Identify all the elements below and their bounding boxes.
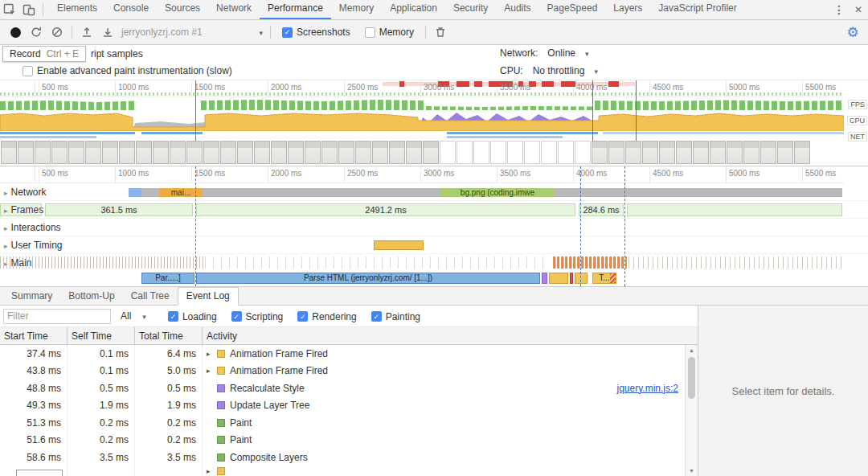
screenshot-thumbnail[interactable] (203, 141, 219, 164)
garbage-collect-icon[interactable] (430, 23, 451, 42)
frame-segment[interactable]: 361.5 ms (45, 203, 193, 216)
event-log-row[interactable]: 37.4 ms0.1 ms6.4 msAnimation Frame Fired (0, 345, 685, 363)
frames-track[interactable]: 361.5 ms2491.2 ms284.6 ms Frames (0, 201, 868, 219)
capture-settings-gear-icon[interactable] (842, 23, 863, 42)
network-request-segment[interactable] (555, 188, 842, 197)
screenshot-thumbnail[interactable] (794, 141, 810, 164)
screenshot-thumbnail[interactable] (743, 141, 760, 164)
screenshot-thumbnail[interactable] (507, 141, 523, 164)
reload-and-profile-button[interactable] (26, 23, 47, 42)
filter-checkbox-scripting[interactable]: Scripting (231, 311, 284, 322)
screenshot-thumbnail[interactable] (237, 141, 253, 164)
flame-chart-tracks[interactable]: 500 ms1000 ms1500 ms2000 ms2500 ms3000 m… (0, 166, 868, 286)
screenshot-thumbnail[interactable] (271, 141, 287, 164)
screenshot-thumbnail[interactable] (68, 141, 84, 164)
tab-audits[interactable]: Audits (496, 0, 538, 19)
screenshot-thumbnail[interactable] (760, 141, 776, 164)
tab-console[interactable]: Console (105, 0, 157, 19)
screenshots-checkbox[interactable]: Screenshots (282, 27, 350, 38)
screenshot-thumbnail[interactable] (440, 141, 456, 164)
tab-event-log[interactable]: Event Log (178, 287, 239, 306)
screenshot-thumbnail[interactable] (305, 141, 321, 164)
tab-performance[interactable]: Performance (260, 0, 331, 19)
interactions-track[interactable]: Interactions (0, 219, 868, 236)
event-log-row[interactable]: 49.3 ms1.9 ms1.9 msUpdate Layer Tree (0, 397, 685, 415)
tab-security[interactable]: Security (445, 0, 496, 19)
screenshot-thumbnail[interactable] (321, 141, 338, 164)
column-activity[interactable]: Activity (203, 327, 698, 344)
screenshot-thumbnail[interactable] (136, 141, 152, 164)
filter-checkbox-rendering[interactable]: Rendering (297, 311, 356, 322)
tab-application[interactable]: Application (382, 0, 445, 19)
column-self-time[interactable]: Self Time (68, 327, 135, 344)
record-button[interactable] (5, 23, 26, 42)
main-track[interactable]: Main Par.....]Parse HTML (jerryonlyzrj.c… (0, 254, 868, 286)
network-request-segment[interactable] (129, 188, 141, 197)
network-request-segment[interactable] (141, 188, 159, 197)
inspect-element-icon[interactable] (0, 0, 19, 19)
flame-bar[interactable] (570, 273, 573, 284)
screenshot-thumbnail[interactable] (473, 141, 489, 164)
screenshot-thumbnail[interactable] (423, 141, 439, 164)
flame-bar[interactable] (549, 273, 568, 284)
tab-javascript-profiler[interactable]: JavaScript Profiler (650, 0, 744, 19)
screenshot-thumbnail[interactable] (625, 141, 641, 164)
flame-bar[interactable]: Parse HTML (jerryonlyzrj.com/ [1...]) (196, 273, 540, 284)
screenshot-thumbnail[interactable] (338, 141, 354, 164)
tab-sources[interactable]: Sources (157, 0, 208, 19)
user-timing-measure[interactable] (374, 240, 424, 250)
clear-recording-button[interactable] (47, 23, 68, 42)
scroll-up-arrow-icon[interactable] (686, 345, 698, 355)
screenshot-thumbnail[interactable] (676, 141, 692, 164)
screenshot-thumbnail[interactable] (389, 141, 405, 164)
event-log-row[interactable]: 51.3 ms0.2 ms0.2 msPaint (0, 414, 685, 432)
screenshot-thumbnail[interactable] (490, 141, 506, 164)
tab-bottom-up[interactable]: Bottom-Up (60, 288, 122, 305)
network-conditions-select[interactable]: Network: Online (500, 47, 589, 59)
screenshot-thumbnail[interactable] (642, 141, 658, 164)
flame-bar[interactable]: Par.....] (141, 273, 194, 284)
screenshot-thumbnail[interactable] (727, 141, 743, 164)
screenshot-thumbnail[interactable] (254, 141, 270, 164)
frame-segment[interactable] (627, 203, 842, 216)
timeline-overview[interactable]: 500 ms1000 ms1500 ms2000 ms2500 ms3000 m… (0, 80, 868, 166)
tab-layers[interactable]: Layers (605, 0, 650, 19)
tab-summary[interactable]: Summary (3, 288, 60, 305)
network-request-segment[interactable] (203, 188, 440, 197)
screenshot-thumbnail[interactable] (406, 141, 422, 164)
screenshot-thumbnail[interactable] (777, 141, 793, 164)
disclosure-arrow-icon[interactable] (4, 240, 11, 251)
flame-bar[interactable] (542, 273, 547, 284)
disclosure-arrow-icon[interactable] (4, 257, 11, 269)
filter-checkbox-loading[interactable]: Loading (168, 311, 217, 322)
tab-pagespeed[interactable]: PageSpeed (539, 0, 606, 19)
event-log-row[interactable]: 58.6 ms3.5 ms3.5 msComposite Layers (0, 449, 685, 466)
screenshot-thumbnail[interactable] (592, 141, 608, 164)
cpu-throttling-select[interactable]: CPU: No throttling (500, 65, 598, 76)
source-link[interactable]: jquery.min.js:2 (617, 383, 678, 394)
flame-bar[interactable]: T... (592, 273, 616, 284)
tab-network[interactable]: Network (208, 0, 260, 19)
screenshot-thumbnail[interactable] (102, 141, 118, 164)
tab-call-tree[interactable]: Call Tree (123, 288, 178, 305)
more-options-icon[interactable] (829, 0, 849, 19)
screenshot-thumbnail[interactable] (710, 141, 726, 164)
advanced-paint-checkbox[interactable]: Enable advanced paint instrumentation (s… (23, 65, 232, 76)
screenshot-thumbnail[interactable] (524, 141, 540, 164)
tab-memory[interactable]: Memory (331, 0, 382, 19)
frame-segment[interactable]: 2491.2 ms (196, 203, 575, 216)
screenshot-thumbnail[interactable] (51, 141, 68, 164)
device-toolbar-icon[interactable] (19, 0, 39, 19)
tab-elements[interactable]: Elements (49, 0, 105, 19)
close-icon[interactable] (849, 0, 868, 19)
scroll-down-arrow-icon[interactable] (686, 466, 698, 476)
screenshot-thumbnail[interactable] (186, 141, 203, 164)
screenshot-thumbnail[interactable] (153, 141, 169, 164)
event-log-row[interactable]: 48.8 ms0.5 ms0.5 msRecalculate Stylejque… (0, 380, 685, 397)
disclosure-arrow-icon[interactable] (4, 187, 11, 198)
save-profile-button[interactable] (97, 23, 118, 42)
screenshot-thumbnail[interactable] (220, 141, 236, 164)
duration-filter-select[interactable]: All (121, 310, 146, 322)
screenshot-thumbnail[interactable] (608, 141, 624, 164)
disclosure-arrow-icon[interactable] (4, 204, 11, 215)
